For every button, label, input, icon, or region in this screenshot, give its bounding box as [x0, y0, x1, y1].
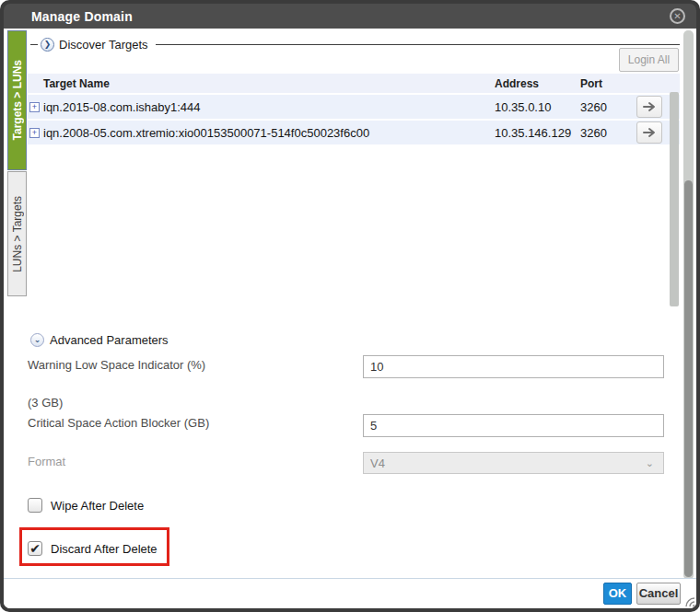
- dialog-titlebar: Manage Domain ✕: [4, 4, 696, 29]
- format-select-value: V4: [370, 456, 385, 470]
- chevron-down-icon: ⌄: [646, 457, 654, 469]
- table-header-row: Target Name Address Port: [28, 74, 680, 93]
- legend-dash: [30, 44, 38, 45]
- manage-domain-dialog: Manage Domain ✕ Targets > LUNs LUNs > Ta…: [0, 0, 700, 612]
- login-arrow-icon: [643, 127, 656, 138]
- header-address[interactable]: Address: [493, 74, 578, 93]
- dialog-footer: OK Cancel: [4, 578, 696, 608]
- header-port[interactable]: Port: [578, 74, 633, 93]
- cell-target-name: iqn.2015-08.com.ishaby1:444: [41, 95, 493, 119]
- tab-targets-luns[interactable]: Targets > LUNs: [7, 30, 27, 170]
- resize-grip-icon[interactable]: [681, 593, 695, 607]
- tab-luns-targets[interactable]: LUNs > Targets: [7, 171, 27, 296]
- cell-target-name: iqn.2008-05.com.xtremio:xio00153500071-5…: [41, 121, 493, 144]
- dialog-content: Targets > LUNs LUNs > Targets ❯ Discover…: [4, 29, 696, 608]
- format-label: Format: [28, 455, 65, 468]
- collapse-section-icon[interactable]: ⌄: [30, 333, 44, 347]
- tab-targets-luns-label: Targets > LUNs: [11, 60, 24, 140]
- header-target-name[interactable]: Target Name: [41, 74, 493, 93]
- advanced-parameters-title: Advanced Parameters: [50, 333, 169, 347]
- dialog-title: Manage Domain: [31, 9, 133, 24]
- tab-luns-targets-label: LUNs > Targets: [11, 196, 24, 272]
- discard-after-delete-label[interactable]: Discard After Delete: [51, 542, 158, 556]
- wipe-after-delete-checkbox[interactable]: [28, 498, 42, 513]
- advanced-parameters-section: ⌄ Advanced Parameters: [30, 332, 169, 347]
- header-expand-col: [28, 74, 41, 93]
- login-target-button[interactable]: [636, 121, 662, 144]
- login-target-button[interactable]: [636, 96, 662, 118]
- targets-table: Target Name Address Port + iqn.2015-08.c…: [28, 74, 680, 144]
- discover-targets-title: Discover Targets: [59, 38, 148, 52]
- login-all-button[interactable]: Login All: [619, 48, 679, 72]
- expand-section-icon[interactable]: ❯: [41, 38, 54, 52]
- dialog-scrollbar-thumb[interactable]: [684, 180, 693, 577]
- cell-address: 10.35.0.10: [493, 95, 578, 119]
- warning-low-space-label: Warning Low Space Indicator (%): [28, 358, 205, 372]
- format-select: V4 ⌄: [363, 452, 664, 474]
- wipe-after-delete-label[interactable]: Wipe After Delete: [51, 499, 144, 513]
- ok-button[interactable]: OK: [603, 583, 632, 605]
- table-row[interactable]: + iqn.2008-05.com.xtremio:xio00153500071…: [28, 121, 680, 144]
- header-tail-col: [665, 74, 680, 93]
- expand-row-icon[interactable]: +: [29, 128, 40, 138]
- warning-low-space-input[interactable]: [363, 355, 664, 378]
- space-hint-label: (3 GB): [28, 396, 63, 410]
- cell-port: 3260: [578, 121, 633, 144]
- critical-space-input[interactable]: [363, 414, 664, 437]
- table-scrollbar[interactable]: [670, 92, 679, 306]
- close-icon[interactable]: ✕: [670, 8, 685, 24]
- discover-targets-section: ❯ Discover Targets: [30, 37, 680, 52]
- table-row[interactable]: + iqn.2015-08.com.ishaby1:444 10.35.0.10…: [28, 95, 680, 119]
- legend-line: [156, 44, 680, 45]
- login-arrow-icon: [643, 101, 656, 112]
- cancel-button[interactable]: Cancel: [636, 583, 681, 605]
- dialog-scrollbar-track[interactable]: [683, 30, 694, 580]
- header-action-col: [633, 74, 665, 93]
- expand-row-icon[interactable]: +: [29, 102, 40, 112]
- cell-address: 10.35.146.129: [493, 121, 578, 144]
- critical-space-label: Critical Space Action Blocker (GB): [28, 416, 209, 430]
- cell-port: 3260: [578, 95, 633, 119]
- discard-after-delete-checkbox[interactable]: ✔: [28, 541, 42, 556]
